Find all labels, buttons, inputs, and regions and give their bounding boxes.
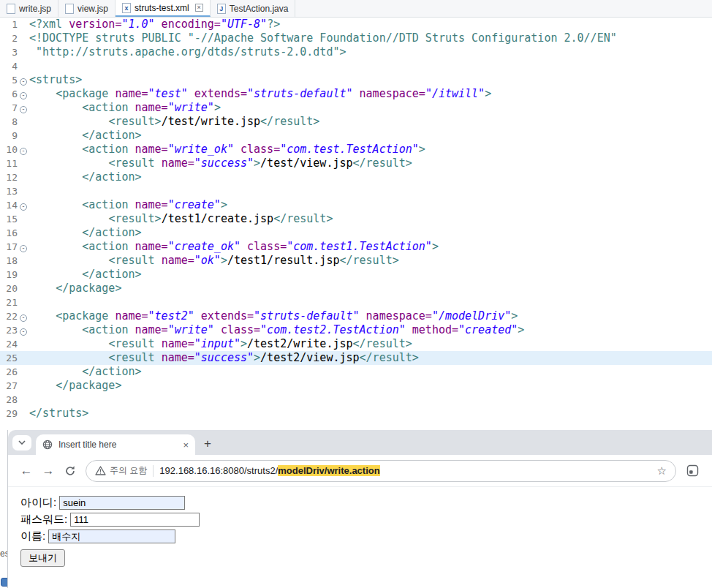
code-line-20[interactable]: 20 </package>	[0, 282, 712, 295]
code-text: <action name="write">	[29, 101, 221, 115]
code-text: <package name="test2" extends="struts-de…	[29, 309, 518, 323]
code-line-28[interactable]: 28	[0, 393, 712, 407]
extensions-icon[interactable]	[686, 464, 699, 477]
new-tab-button[interactable]: +	[204, 437, 211, 451]
fold-column[interactable]: -	[18, 73, 29, 87]
line-number: 6	[0, 87, 18, 101]
line-number: 8	[0, 115, 18, 129]
reload-icon	[64, 465, 76, 477]
code-line-18[interactable]: 18 <result name="ok">/test1/result.jsp</…	[0, 254, 712, 268]
editor-tab-view.jsp[interactable]: view.jsp	[58, 0, 115, 17]
close-editor-tab-icon[interactable]: ×	[195, 4, 203, 12]
security-chip[interactable]: 주의 요함	[95, 464, 147, 477]
editor-tab-label: view.jsp	[77, 4, 108, 14]
fold-column[interactable]: -	[18, 101, 29, 115]
field-input-2[interactable]	[48, 529, 175, 543]
fold-column[interactable]: -	[18, 143, 29, 157]
code-line-3[interactable]: 3 "http://struts.apache.org/dtds/struts-…	[0, 45, 712, 59]
fold-collapse-icon[interactable]: -	[20, 106, 27, 113]
code-text: </action>	[29, 170, 142, 184]
field-label: 아이디:	[20, 496, 56, 510]
code-line-24[interactable]: 24 <result name="input">/test2/write.jsp…	[0, 337, 712, 351]
line-number: 9	[0, 129, 18, 143]
code-line-15[interactable]: 15 <result>/test1/create.jsp</result>	[0, 212, 712, 226]
code-text: </action>	[29, 268, 142, 282]
code-line-29[interactable]: 29</struts>	[0, 407, 712, 421]
code-line-12[interactable]: 12 </action>	[0, 170, 712, 184]
code-line-27[interactable]: 27 </package>	[0, 379, 712, 393]
form-row: 아이디:	[20, 496, 712, 510]
line-number: 23	[0, 323, 18, 337]
browser-toolbar: ← → 주의 요함 192.168.16.16:8080/struts2/mod…	[8, 455, 712, 487]
code-line-11[interactable]: 11 <result name="success">/test/view.jsp…	[0, 157, 712, 170]
forward-button[interactable]: →	[37, 464, 59, 478]
fold-column[interactable]: -	[18, 323, 29, 337]
form-area: 아이디:패스워드:이름:	[20, 496, 712, 543]
code-text: <result name="success">/test/view.jsp</r…	[29, 157, 412, 170]
url-text: 192.168.16.16:8080/struts2/modelDriv/wri…	[159, 465, 379, 476]
code-line-13[interactable]: 13	[0, 184, 712, 198]
code-line-22[interactable]: 22- <package name="test2" extends="strut…	[0, 309, 712, 323]
fold-column[interactable]: -	[18, 309, 29, 323]
tab-search-button[interactable]	[12, 435, 31, 451]
editor-tab-struts-test.xml[interactable]: xstruts-test.xml×	[115, 0, 211, 17]
code-line-26[interactable]: 26 </action>	[0, 365, 712, 379]
code-line-19[interactable]: 19 </action>	[0, 268, 712, 282]
code-line-6[interactable]: 6- <package name="test" extends="struts-…	[0, 87, 712, 101]
field-label: 이름:	[20, 529, 45, 543]
line-number: 3	[0, 45, 18, 59]
code-line-10[interactable]: 10- <action name="write_ok" class="com.t…	[0, 143, 712, 157]
reload-button[interactable]	[59, 465, 81, 477]
code-text: <result name="success">/test2/view.jsp</…	[29, 351, 419, 365]
fold-collapse-icon[interactable]: -	[20, 203, 27, 211]
field-input-1[interactable]	[70, 513, 200, 527]
code-line-23[interactable]: 23- <action name="write" class="com.test…	[0, 323, 712, 337]
line-number: 17	[0, 240, 18, 254]
fold-collapse-icon[interactable]: -	[20, 314, 27, 322]
editor-tabbar: write.jspview.jspxstruts-test.xml×JTestA…	[0, 0, 712, 18]
code-line-16[interactable]: 16 </action>	[0, 226, 712, 240]
fold-collapse-icon[interactable]: -	[20, 148, 27, 155]
submit-button[interactable]: 보내기	[20, 549, 65, 567]
fold-collapse-icon[interactable]: -	[20, 245, 27, 252]
code-line-8[interactable]: 8 <result>/test/write.jsp</result>	[0, 115, 712, 129]
code-line-2[interactable]: 2<!DOCTYPE struts PUBLIC "-//Apache Soft…	[0, 31, 712, 45]
line-number: 16	[0, 226, 18, 240]
editor-tab-write.jsp[interactable]: write.jsp	[0, 0, 58, 17]
editor-tab-TestAction.java[interactable]: JTestAction.java	[211, 0, 296, 17]
bookmark-star-icon[interactable]: ☆	[657, 464, 667, 478]
line-number: 15	[0, 212, 18, 226]
code-line-25[interactable]: 25 <result name="success">/test2/view.js…	[0, 351, 712, 365]
code-line-4[interactable]: 4	[0, 59, 712, 73]
close-tab-icon[interactable]: ×	[183, 440, 189, 451]
file-type-icon: J	[217, 4, 226, 14]
address-bar-divider	[153, 465, 154, 477]
line-number: 5	[0, 73, 18, 87]
address-bar[interactable]: 주의 요함 192.168.16.16:8080/struts2/modelDr…	[86, 460, 676, 482]
code-line-9[interactable]: 9 </action>	[0, 129, 712, 143]
screen: write.jspview.jspxstruts-test.xml×JTestA…	[0, 0, 712, 588]
code-line-7[interactable]: 7- <action name="write">	[0, 101, 712, 115]
back-button[interactable]: ←	[15, 464, 37, 478]
code-text: <result>/test1/create.jsp</result>	[29, 212, 333, 226]
code-line-21[interactable]: 21	[0, 295, 712, 309]
fold-column[interactable]: -	[18, 87, 29, 101]
code-text: </action>	[29, 226, 142, 240]
fold-collapse-icon[interactable]: -	[20, 328, 27, 336]
editor-tab-label: TestAction.java	[230, 4, 289, 14]
code-line-14[interactable]: 14- <action name="create">	[0, 198, 712, 212]
fold-collapse-icon[interactable]: -	[20, 78, 27, 86]
page-content: 아이디:패스워드:이름: 보내기	[8, 487, 712, 588]
fold-column[interactable]: -	[18, 198, 29, 212]
field-input-0[interactable]	[59, 496, 185, 510]
browser-tab[interactable]: Insert title here ×	[36, 434, 195, 455]
code-line-1[interactable]: 1<?xml version="1.0" encoding="UTF-8"?>	[0, 18, 712, 31]
code-text: </action>	[29, 365, 142, 379]
code-text: </package>	[29, 282, 121, 295]
fold-column[interactable]: -	[18, 240, 29, 254]
code-line-17[interactable]: 17- <action name="create_ok" class="com.…	[0, 240, 712, 254]
code-line-5[interactable]: 5-<struts>	[0, 73, 712, 87]
fold-collapse-icon[interactable]: -	[20, 92, 27, 99]
code-text: <action name="create_ok" class="com.test…	[29, 240, 439, 254]
line-number: 18	[0, 254, 18, 268]
